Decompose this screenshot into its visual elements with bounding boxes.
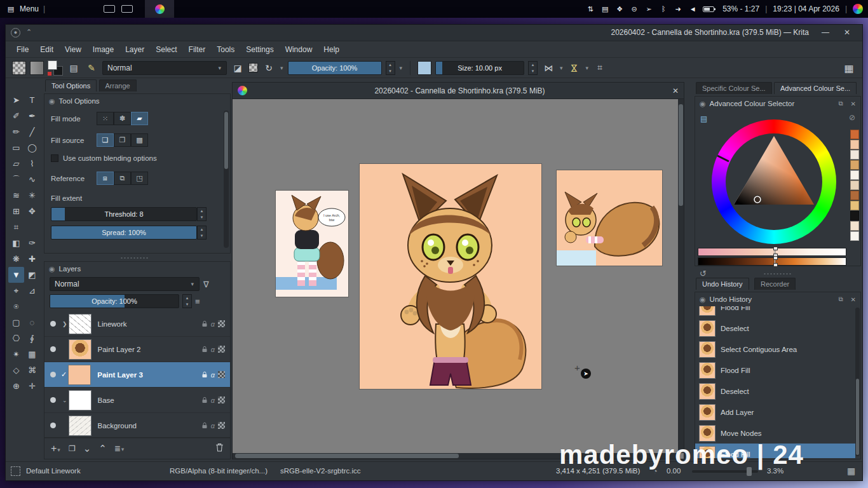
fill-mode-all-button[interactable]: ⁙ [97,112,114,125]
measure-tool[interactable]: ⊿ [24,283,40,299]
inherit-alpha-icon[interactable] [218,422,225,429]
layer-visibility-icon[interactable] [50,397,56,403]
shade-marker[interactable] [775,257,775,266]
reference-images-tool[interactable]: ⍟ [8,299,24,315]
wrap-around-mode-icon[interactable]: ⌗ [593,61,607,75]
undo-history-scrollbar[interactable] [855,308,860,456]
eraser-mode-icon[interactable]: ◪ [231,61,245,75]
undo-item[interactable]: Flood Fill [695,360,855,381]
menu-edit[interactable]: Edit [34,42,59,57]
lock-icon[interactable]: ⊝ [630,5,639,13]
shade-bar-2[interactable] [698,257,846,266]
layer-visibility-icon[interactable] [50,346,56,352]
layer-visibility-icon[interactable] [50,372,56,377]
close-button[interactable]: ✕ [839,28,855,37]
reference-labeled-button[interactable]: ◳ [131,172,148,185]
tab-advanced-colour-selector[interactable]: Advanced Colour Se... [774,82,857,94]
history-swatch[interactable] [850,130,859,139]
history-swatch[interactable] [850,180,859,190]
checkbox-box[interactable] [51,154,58,162]
reload-caret-icon[interactable]: ▾ [280,65,284,71]
shade-bar-1[interactable] [698,248,846,256]
menu-select[interactable]: Select [150,42,182,57]
freehand-path-tool[interactable]: ∿ [24,172,40,187]
smart-patch-tool[interactable]: ✚ [24,251,40,267]
ellipse-select-tool[interactable]: ◌ [24,315,40,330]
clock-text[interactable]: 19:23 | 04 Apr 2026 [773,4,839,13]
multibrush-tool[interactable]: ✳ [24,187,40,203]
fill-source-bg-button[interactable]: ❐ [114,133,131,147]
crop-tool[interactable]: ⌗ [8,219,24,235]
line-tool[interactable]: ╱ [24,124,40,140]
history-swatch[interactable] [850,231,859,241]
canvas-rotation-icon[interactable]: ◔ [653,466,658,476]
calligraphy-tool[interactable]: ✒ [24,108,40,124]
saturation-triangle[interactable] [712,119,836,244]
menu-window[interactable]: Window [280,42,318,57]
layer-row-base[interactable]: ⌄ Base α [44,388,230,413]
docker-drag-handle[interactable] [763,273,791,275]
threshold-spinner[interactable]: ▴▾ [197,207,207,221]
fg-bg-colors[interactable] [48,60,63,76]
layer-visibility-icon[interactable] [50,423,56,428]
history-swatch[interactable] [850,201,859,210]
window-button[interactable] [104,5,115,13]
menu-layer[interactable]: Layer [119,42,150,57]
window-shade-button[interactable]: ⌃ [26,28,32,36]
enclose-fill-tool[interactable]: ◩ [24,267,40,283]
undo-item[interactable]: Deselect [695,381,855,402]
history-swatch[interactable] [850,221,859,231]
fill-mode-selection-button[interactable]: ✽ [114,112,131,125]
gradient-swatch[interactable] [30,61,44,75]
mirror-horizontal-caret[interactable]: ▾ [559,65,564,71]
tool-options-scrollbar[interactable] [224,111,229,248]
history-swatch[interactable] [850,150,859,159]
inherit-alpha-icon[interactable] [218,320,225,327]
selector-settings-icon[interactable]: ▤ [700,114,707,123]
alpha-lock-icon[interactable]: α [211,396,215,404]
undo-item[interactable]: Add Layer [695,402,855,423]
contiguous-select-tool[interactable]: ▦ [24,346,40,362]
zoom-tool[interactable]: ⊕ [8,378,24,394]
layer-filter-icon[interactable]: ∇ [203,280,209,289]
mirror-horizontal-icon[interactable]: ⋈ [541,61,555,75]
brush-size-slider[interactable]: Size: 10.00 px [435,61,524,75]
inherit-alpha-icon[interactable] [218,371,225,378]
alpha-lock-icon[interactable]: α [211,422,215,430]
pan-tool[interactable]: ✛ [24,378,40,394]
delete-layer-button[interactable] [215,443,224,454]
assistants-tool[interactable]: ⌖ [8,283,24,299]
polygon-tool[interactable]: ▱ [8,156,24,172]
preserve-alpha-icon[interactable] [248,63,258,72]
close-docker-icon[interactable]: ✕ [851,296,856,303]
tab-arrange[interactable]: Arrange [99,79,137,92]
window-titlebar[interactable]: ● ⌃ 20260402 - Cannella de Shortinho.kra… [6,25,862,41]
workspace-chooser-icon[interactable]: ▦ [842,61,856,75]
layer-row-background[interactable]: ❯ Background α [44,413,230,438]
gpu-icon[interactable]: ❖ [615,5,624,13]
menu-view[interactable]: View [59,42,87,57]
undo-item[interactable]: Select Contiguous Area [695,339,855,360]
clipboard-icon[interactable]: ▤ [600,5,609,13]
gradient-tool[interactable]: ◧ [8,235,24,251]
menu-tools[interactable]: Tools [211,42,240,57]
dynamic-brush-tool[interactable]: ≋ [8,187,24,203]
canvas-area[interactable]: I use Arch, btw [233,99,684,459]
subwindow-close-button[interactable]: ✕ [672,86,679,95]
expand-chevron-icon[interactable]: ❯ [62,321,67,327]
bezier-select-tool[interactable]: ◇ [8,362,24,378]
history-swatch[interactable] [850,170,859,180]
edit-brush-settings-icon[interactable]: ✎ [85,61,98,75]
add-layer-button[interactable]: +▾ [51,443,61,454]
docker-drag-handle[interactable] [120,257,148,259]
fill-mode-brush-button[interactable]: ▰ [131,112,148,125]
move-layer-up-button[interactable]: ⌃ [98,443,107,454]
color-profile-label[interactable]: sRGB-elle-V2-srgbtrc.icc [280,467,361,475]
move-tool[interactable]: ✥ [24,203,40,219]
history-swatch[interactable] [850,160,859,170]
rect-select-tool[interactable]: ▢ [8,315,24,330]
layer-blending-mode-select[interactable]: Normal▾ [50,277,200,291]
menu-settings[interactable]: Settings [240,42,279,57]
similar-select-tool[interactable]: ✴ [8,346,24,362]
layer-row-paint2[interactable]: ❯ Paint Layer 2 α [44,337,230,362]
